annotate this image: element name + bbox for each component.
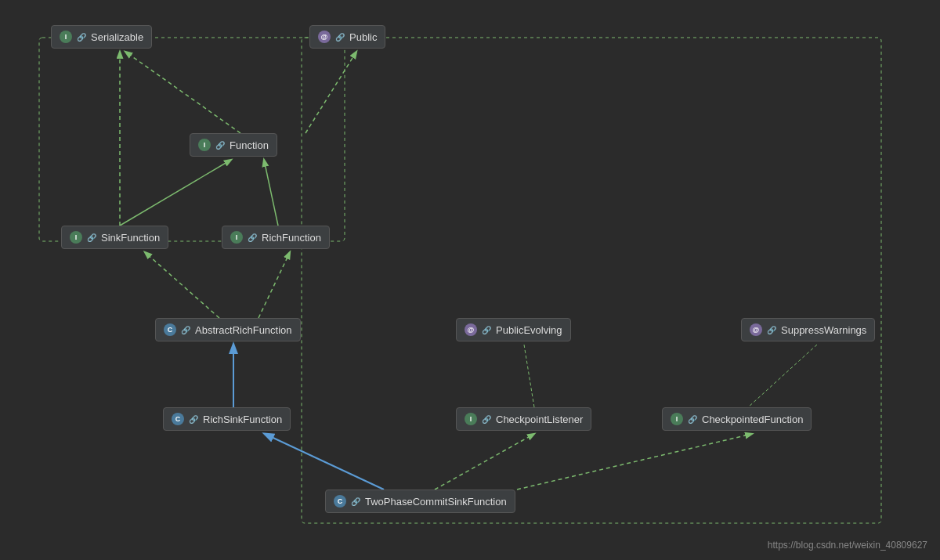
node-checkpointlistener[interactable]: I 🔗 CheckpointListener bbox=[456, 407, 591, 431]
icon-interface-checkpointlistener: I bbox=[465, 413, 477, 425]
svg-line-8 bbox=[265, 434, 384, 490]
node-label-sinkfunction: SinkFunction bbox=[101, 232, 160, 244]
node-public[interactable]: @ 🔗 Public bbox=[309, 25, 385, 49]
node-label-serializable: Serializable bbox=[91, 31, 143, 43]
node-label-twophasecommitsinkfunction: TwoPhaseCommitSinkFunction bbox=[365, 496, 507, 508]
svg-line-4 bbox=[264, 160, 278, 226]
arrows-svg bbox=[0, 0, 940, 560]
svg-line-9 bbox=[435, 434, 534, 490]
icon-interface-serializable: I bbox=[60, 31, 72, 43]
svg-line-13 bbox=[748, 345, 817, 407]
svg-line-14 bbox=[524, 345, 534, 407]
node-label-abstractrichfunction: AbstractRichFunction bbox=[195, 324, 292, 336]
icon-annotation-publicevolving: @ bbox=[465, 323, 477, 336]
svg-line-5 bbox=[145, 252, 219, 318]
svg-line-3 bbox=[120, 160, 231, 226]
svg-rect-12 bbox=[302, 38, 881, 523]
icon-annotation-public: @ bbox=[318, 31, 331, 43]
node-label-checkpointlistener: CheckpointListener bbox=[496, 414, 583, 425]
icon-interface-richfunction: I bbox=[230, 231, 243, 244]
icon-class-abstractrichfunction: C bbox=[164, 323, 176, 336]
icon-annotation-suppresswarnings: @ bbox=[750, 323, 762, 336]
watermark: https://blog.csdn.net/weixin_40809627 bbox=[768, 540, 927, 551]
svg-line-10 bbox=[517, 434, 752, 490]
node-serializable[interactable]: I 🔗 Serializable bbox=[51, 25, 152, 49]
node-sinkfunction[interactable]: I 🔗 SinkFunction bbox=[61, 226, 168, 249]
node-publicevolving[interactable]: @ 🔗 PublicEvolving bbox=[456, 318, 571, 341]
node-label-public: Public bbox=[349, 31, 377, 43]
diagram-canvas: I 🔗 Serializable @ 🔗 Public I 🔗 Function… bbox=[0, 0, 940, 560]
svg-line-6 bbox=[258, 252, 290, 318]
node-abstractrichfunction[interactable]: C 🔗 AbstractRichFunction bbox=[155, 318, 301, 341]
node-label-function: Function bbox=[230, 139, 269, 151]
svg-line-1 bbox=[125, 52, 240, 133]
node-suppresswarnings[interactable]: @ 🔗 SuppressWarnings bbox=[741, 318, 875, 341]
icon-interface-checkpointedfunction: I bbox=[671, 413, 683, 425]
icon-interface-sinkfunction: I bbox=[70, 231, 82, 244]
node-label-checkpointedfunction: CheckpointedFunction bbox=[702, 414, 803, 425]
node-richsinkfunction[interactable]: C 🔗 RichSinkFunction bbox=[163, 407, 291, 431]
node-twophasecommitsinkfunction[interactable]: C 🔗 TwoPhaseCommitSinkFunction bbox=[325, 490, 515, 513]
node-label-suppresswarnings: SuppressWarnings bbox=[781, 324, 866, 336]
svg-line-2 bbox=[306, 52, 356, 133]
icon-interface-function: I bbox=[198, 139, 211, 151]
node-label-richfunction: RichFunction bbox=[262, 232, 321, 244]
icon-class-richsinkfunction: C bbox=[172, 413, 184, 425]
node-checkpointedfunction[interactable]: I 🔗 CheckpointedFunction bbox=[662, 407, 812, 431]
node-label-publicevolving: PublicEvolving bbox=[496, 324, 562, 336]
icon-class-twophasecommitsinkfunction: C bbox=[334, 495, 346, 508]
node-function[interactable]: I 🔗 Function bbox=[190, 133, 277, 157]
node-label-richsinkfunction: RichSinkFunction bbox=[203, 414, 282, 425]
node-richfunction[interactable]: I 🔗 RichFunction bbox=[222, 226, 330, 249]
